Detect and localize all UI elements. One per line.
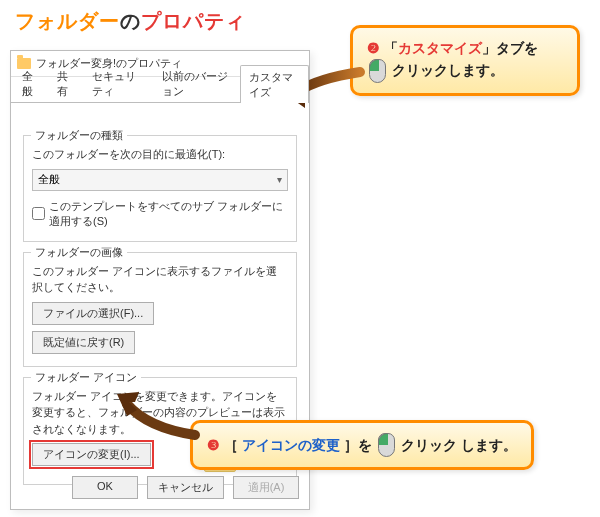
group-folder-type-title: フォルダーの種類 [31,128,127,143]
callout-step-3: ❸ ［アイコンの変更］を クリックします。 [190,420,534,470]
apply-subfolders-checkbox[interactable] [32,207,45,220]
apply-subfolders-label: このテンプレートをすべてのサブ フォルダーに適用する(S) [49,199,288,229]
callout-step-3-click: クリック [401,435,457,456]
customize-tab-highlight [11,103,73,125]
mouse-icon [369,59,386,83]
folder-image-desc: このフォルダー アイコンに表示するファイルを選択してください。 [32,263,288,296]
tab-security[interactable]: セキュリティ [83,64,153,102]
restore-default-button[interactable]: 既定値に戻す(R) [32,331,135,354]
tab-customize[interactable]: カスタマイズ [240,65,310,103]
group-folder-image: フォルダーの画像 このフォルダー アイコンに表示するファイルを選択してください。… [23,252,297,367]
choose-file-button[interactable]: ファイルの選択(F)... [32,302,154,325]
tab-sharing[interactable]: 共有 [48,64,83,102]
callout-step-3-post: ］を [344,435,372,456]
tab-previous-versions[interactable]: 以前のバージョン [153,64,240,102]
callout-step-3-pre: ［ [224,435,238,456]
group-folder-icon-title: フォルダー アイコン [31,370,141,385]
cancel-button[interactable]: キャンセル [147,476,224,499]
change-icon-button[interactable]: アイコンの変更(I)... [32,443,151,466]
callout-step-2-keyword: カスタマイズ [398,40,482,56]
heading-part2: の [120,10,141,32]
callout-step-2-tail: します。 [448,62,504,78]
callout-step-2-number: ❷ [367,40,380,56]
apply-subfolders-row[interactable]: このテンプレートをすべてのサブ フォルダーに適用する(S) [32,199,288,229]
tab-general[interactable]: 全般 [13,64,48,102]
heading-part1: フォルダー [15,10,120,32]
group-folder-image-title: フォルダーの画像 [31,245,127,260]
callout-step-2-pre: 「 [384,40,398,56]
dialog-button-row: OK キャンセル 適用(A) [72,476,299,499]
page-heading: フォルダーのプロパティ [15,8,246,35]
optimize-label: このフォルダーを次の目的に最適化(T): [32,146,288,163]
ok-button[interactable]: OK [72,476,138,499]
optimize-select-value: 全般 [38,172,60,187]
optimize-select[interactable]: 全般 ▾ [32,169,288,191]
callout-step-3-tail: します。 [461,435,517,456]
heading-part3: プロパティ [141,10,246,32]
callout-step-2: ❷ 「カスタマイズ」タブを クリックします。 [350,25,580,96]
callout-step-2-post: 」タブを [482,40,538,56]
apply-button[interactable]: 適用(A) [233,476,299,499]
callout-step-3-keyword: アイコンの変更 [242,435,340,456]
callout-step-2-click: クリック [392,62,448,78]
group-folder-type: フォルダーの種類 このフォルダーを次の目的に最適化(T): 全般 ▾ このテンプ… [23,135,297,242]
callout-step-3-number: ❸ [207,435,220,456]
mouse-icon [378,433,395,457]
tab-strip: 全般 共有 セキュリティ 以前のバージョン カスタマイズ [11,77,309,103]
chevron-down-icon: ▾ [277,174,282,185]
